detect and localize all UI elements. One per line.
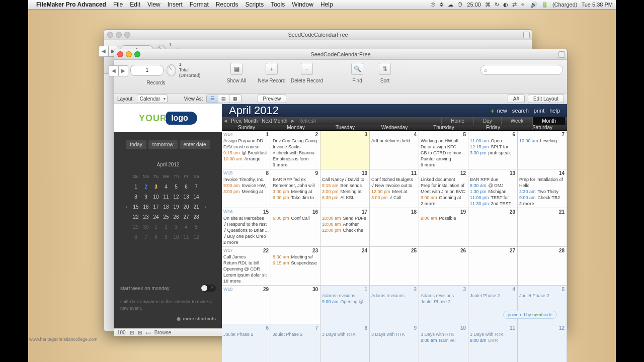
event[interactable]: Adams revisions [421,293,466,299]
calendar-cell[interactable]: 20 [468,208,518,247]
chevron-right-icon[interactable]: ▶ [291,119,294,123]
tab-home[interactable]: Home [441,117,473,125]
calendar-cell[interactable]: 6Joulet Phase 2 [222,324,271,362]
help-button[interactable]: help [549,108,560,114]
event[interactable]: 6:00 pmConf Call [273,215,318,221]
menu-edit[interactable]: Edit [130,1,140,8]
menu-view[interactable]: View [147,1,160,8]
event[interactable]: Return RDI, to bill [223,260,269,266]
event[interactable]: Conf Sched Budgets [371,176,417,183]
event[interactable]: √ New Invoice out to [371,183,417,189]
prev-month-button[interactable]: Prev. Month [231,118,258,124]
mini-day[interactable]: 5 [195,224,198,230]
monday-start-toggle[interactable]: ✕ [201,285,216,292]
mini-day[interactable]: 26 [173,214,179,220]
titlebar-back[interactable]: SeedCodeCalendarFree [104,30,532,40]
next-record-button[interactable]: ▶ [119,65,128,76]
event[interactable]: Linked document [421,176,466,183]
event[interactable]: BAR RFP due [470,176,516,183]
menu-window[interactable]: Window [292,1,313,8]
preview-button[interactable]: Preview [258,95,287,103]
event[interactable]: Invoice Sacks [273,144,318,150]
mini-day[interactable]: 7 [144,234,147,240]
event[interactable]: Adams revisions [371,293,417,299]
event[interactable]: 3:00 pm√ Call [371,195,417,201]
event[interactable]: 8:00 amNam vel [421,337,466,343]
mini-day[interactable]: 5 [175,184,178,190]
calendar-grid[interactable]: 1W14Assign Propane DDBCDAV crash course9… [222,131,567,362]
calendar-cell[interactable]: 25 [370,247,419,286]
mini-day[interactable]: 3 [175,224,178,230]
calendar-cell[interactable]: 710:00 amLeveling [518,131,567,169]
app-menu[interactable]: FileMaker Pro Advanced [36,1,106,8]
zoom-value[interactable]: 100 [117,330,126,335]
mini-prev[interactable]: ‹ [126,204,127,210]
event[interactable]: 11:00 pmTEST for [470,195,516,201]
menu-help[interactable]: Help [320,1,333,8]
event[interactable]: 12:00 pmCheck the [322,227,368,233]
event[interactable]: 1:30 pmMichigan [470,189,516,195]
calendar-cell[interactable]: 29W18 [222,286,271,324]
edit-layout-button[interactable]: Edit Layout [528,95,564,103]
event[interactable]: Joulet Phase 2 [519,293,565,299]
event[interactable]: On site at Mercebes [223,215,269,221]
layout-select[interactable]: Calendar [137,95,168,103]
mini-day[interactable]: 17 [153,204,158,210]
mini-day[interactable]: 9 [144,194,147,200]
event[interactable]: Invoice Timothy, Inc. [223,176,269,183]
event[interactable]: 3:00 pmMeeting at [273,189,318,195]
mini-day[interactable]: 10 [173,234,179,240]
calendar-cell[interactable]: 13BAR RFP due8:30 am@ DMJ1:30 pmMichigan… [468,169,518,208]
show-all-button[interactable]: ▦Show All [219,63,254,83]
mini-day[interactable]: 12 [193,234,199,240]
event[interactable]: √ Questions to Brianna [223,227,269,233]
event[interactable]: 3:30 pmprob speak [470,150,516,156]
tab-week[interactable]: Week [501,117,532,125]
mini-day[interactable]: 1 [154,224,157,230]
event[interactable]: 6:30 pmAt KSL [322,195,368,201]
calendar-cell[interactable]: 93 Days with RTK [370,324,419,362]
event[interactable]: Remember, John will [273,183,318,189]
event[interactable]: 9:15 amSuspendisse [273,260,318,266]
calendar-cell[interactable]: 166:00 pmConf Call [271,208,320,247]
calendar-cell[interactable]: 15W16On site at Mercebes√ Respond to the… [222,208,271,247]
event[interactable]: 11:00 amOpen [470,138,516,144]
event[interactable]: 3:00 pmMeeting at [322,189,368,195]
event[interactable]: Prep for installation of [519,176,565,183]
tab-month[interactable]: Month [532,117,565,125]
prev-record-button[interactable]: ◀ [109,65,119,76]
event[interactable]: Joulet Phase 2 [273,331,318,337]
calendar-cell[interactable]: 103 Days with RTK8:00 amNam vel [419,324,468,362]
event[interactable]: √ Buy one pack Oreo [223,233,269,239]
find-button[interactable]: 🔍Find [340,63,375,83]
calendar-cell[interactable]: 83 Days with RTK [320,324,370,362]
event[interactable]: Joulet Phase 2 [421,299,466,305]
menu-file[interactable]: File [113,1,123,8]
calendar-cell[interactable]: 12 [518,324,567,362]
calendar-cell[interactable]: 24 [320,247,370,286]
calendar-cell[interactable]: 1710:00 amSend PDFs10:00 amAnother12:00 … [320,208,370,247]
resize-icon[interactable] [558,51,565,58]
calendar-cell[interactable]: 30 [271,286,320,324]
zoom-icon[interactable] [134,51,140,57]
event[interactable]: 9:15 amBen sends [322,183,368,189]
mini-day[interactable]: 1 [134,184,137,190]
minimize-icon[interactable] [126,51,132,57]
mini-day[interactable]: 16 [143,204,148,210]
mini-day[interactable]: 30 [143,224,148,230]
calendar-cell[interactable]: 28 [518,247,567,286]
event[interactable]: Adams revisions [322,293,368,299]
print-button[interactable]: print [534,108,544,114]
mini-day[interactable]: 21 [193,204,199,210]
event[interactable]: 9:00 amDVR [470,337,516,343]
event[interactable]: BAR RFP fed ex [273,176,318,183]
sort-button[interactable]: ⇅Sort [375,63,395,83]
calendar-cell[interactable]: 4Arthur delivers field [370,131,419,169]
event[interactable]: 12:15 pmSPLT for [470,144,516,150]
calendar-cell[interactable]: 2Adams revisions [370,286,419,324]
event[interactable]: 10:00 amArrange [223,156,269,162]
event[interactable]: 6:00 pmTake Jim to [273,195,318,201]
delete-record-button[interactable]: －Delete Record [289,63,325,83]
chevron-left-icon[interactable]: ◀ [224,119,227,123]
event[interactable]: 3 Days with RTK [421,331,466,337]
